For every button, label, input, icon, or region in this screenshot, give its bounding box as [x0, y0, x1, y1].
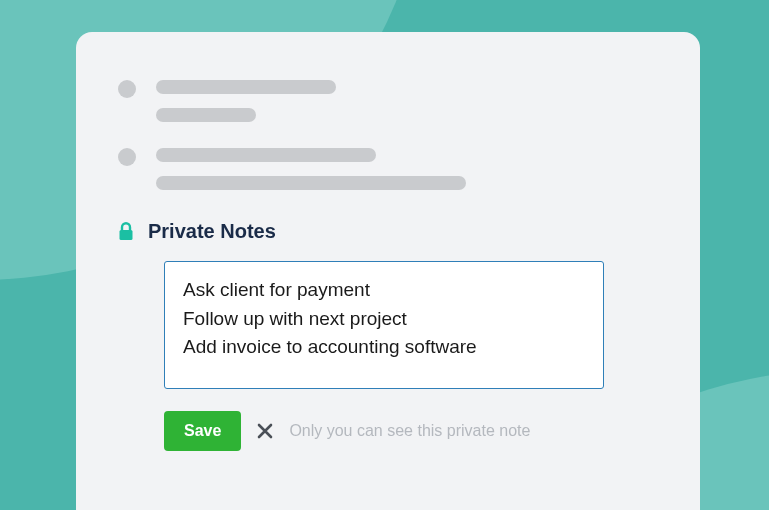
lock-icon [118, 222, 134, 241]
skeleton-dot [118, 80, 136, 98]
skeleton-row [118, 80, 658, 122]
skeleton-line [156, 108, 256, 122]
private-notes-textarea[interactable] [164, 261, 604, 389]
close-icon[interactable] [257, 423, 273, 439]
skeleton-line [156, 176, 466, 190]
notes-card: Private Notes Save Only you can see this… [76, 32, 700, 510]
section-title: Private Notes [148, 220, 276, 243]
skeleton-dot [118, 148, 136, 166]
skeleton-line [156, 148, 376, 162]
skeleton-line [156, 80, 336, 94]
svg-rect-0 [120, 230, 133, 240]
save-button[interactable]: Save [164, 411, 241, 451]
privacy-hint: Only you can see this private note [289, 422, 530, 440]
section-header: Private Notes [118, 220, 658, 243]
skeleton-row [118, 148, 658, 190]
